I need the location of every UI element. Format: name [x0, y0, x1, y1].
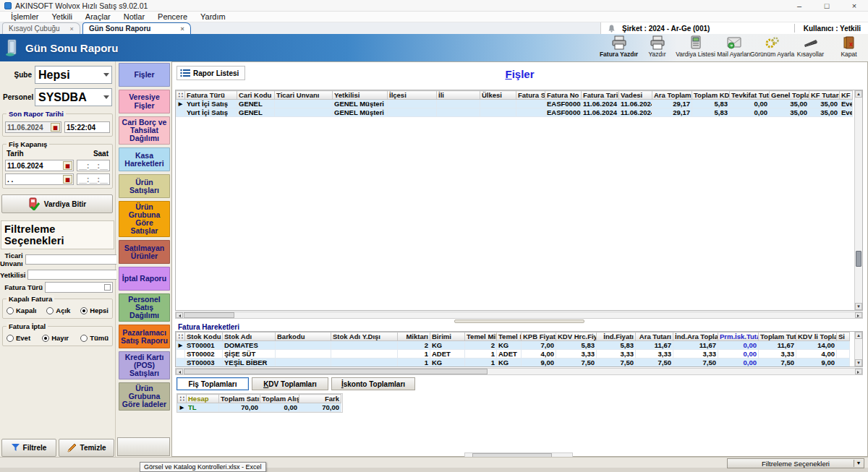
calendar-icon[interactable]: ▦	[51, 123, 60, 132]
report-button[interactable]: İptal Raporu	[119, 267, 170, 291]
column-header[interactable]: Fatura Seri	[516, 91, 545, 100]
column-header[interactable]: Ara Tutarı	[636, 332, 673, 341]
column-header[interactable]: İlçesi	[388, 91, 437, 100]
radio-hepsi[interactable]: Hepsi	[80, 306, 109, 314]
tab-kisayol-cubugu[interactable]: Kısayol Çubuğu ×	[2, 22, 80, 34]
report-button[interactable]: Ürün Satışları	[119, 174, 170, 198]
fis-kapanis-time2-field[interactable]: __:__:__	[77, 173, 110, 185]
column-header[interactable]: Temel Brm.	[497, 332, 522, 341]
column-header[interactable]: Toplam Alış	[260, 395, 299, 403]
column-header[interactable]: Barkodu	[276, 332, 331, 341]
column-header[interactable]: Toplam Satış	[219, 395, 260, 403]
column-header[interactable]: Cari Kodu	[237, 91, 275, 100]
column-header[interactable]: Fatura Türü	[185, 91, 237, 100]
tab-close-icon[interactable]: ×	[70, 25, 74, 33]
table-row[interactable]: ▶Yurt İçi SatışGENELGENEL MüşteriEASF000…	[176, 100, 853, 108]
yazdir-button[interactable]: Yazdır	[638, 35, 676, 58]
filtrele-button[interactable]: Filtrele	[1, 439, 56, 457]
movements-vertical-scrollbar[interactable]: ▲ ▼	[854, 332, 862, 366]
scroll-left-icon[interactable]	[176, 369, 183, 374]
scroll-up-icon[interactable]: ▲	[855, 332, 862, 339]
menu-yetkili[interactable]: Yetkili	[46, 12, 79, 21]
column-header[interactable]: Yetkilisi	[333, 91, 388, 100]
report-button[interactable]: Cari Borç ve Tahsilat Dağılımı	[119, 116, 170, 145]
column-header[interactable]: Si	[837, 332, 850, 341]
column-header[interactable]: Stok Adı Y.Dışı	[331, 332, 398, 341]
scroll-left-icon[interactable]	[176, 312, 183, 318]
report-button[interactable]: Ürün Grubuna Göre Satışlar	[119, 201, 170, 237]
fis-kapanis-date1-field[interactable]: 11.06.2024 ▦	[5, 160, 74, 171]
column-header[interactable]: Prm.İsk.Tutarı	[718, 332, 759, 341]
tab-kdv-toplamlari[interactable]: KDV Toplamları	[252, 377, 328, 390]
column-header[interactable]: Stok Adı	[223, 332, 276, 341]
column-header[interactable]: KF D	[840, 91, 853, 100]
report-button[interactable]: Personel Satış Dağılımı	[119, 293, 170, 322]
radio-evet[interactable]: Evet	[7, 334, 30, 342]
column-header[interactable]: Toplam KDV	[692, 91, 730, 100]
ticari-unvani-input[interactable]	[25, 254, 125, 265]
radio-kapali[interactable]: Kapalı	[7, 306, 37, 314]
column-header[interactable]: Stok Kodu	[185, 332, 223, 341]
column-header[interactable]: Tevkifat Tutarı	[730, 91, 770, 100]
kapat-button[interactable]: x Kapat	[830, 35, 868, 58]
table-row[interactable]: Yurt İçi SatışGENELGENEL MüşteriEASF0000…	[176, 108, 853, 117]
report-button[interactable]: Kredi Kartı (POS) Satışları	[119, 351, 170, 379]
scroll-down-icon[interactable]: ▼	[855, 303, 862, 310]
column-header[interactable]: Temel Mik.	[465, 332, 497, 341]
tab-fis-toplamlari[interactable]: Fiş Toplamları	[176, 377, 249, 390]
fis-kapanis-time1-field[interactable]: __:__:__	[77, 160, 110, 171]
column-header[interactable]: Fatura Tarihi	[582, 91, 619, 100]
radio-icon[interactable]	[7, 335, 14, 342]
column-header[interactable]: İnd.Fiyatı	[597, 332, 636, 341]
column-header[interactable]: KDV Hrc.Fiyat	[556, 332, 597, 341]
table-row[interactable]: ▶TL70,000,0070,00	[178, 403, 341, 412]
checkbox-icon[interactable]	[104, 284, 111, 291]
splitter-handle[interactable]	[175, 319, 863, 323]
fis-kapanis-date2-field[interactable]: . . ▦	[5, 173, 74, 185]
column-header[interactable]: Hesap	[187, 395, 219, 403]
table-row[interactable]: ST00002ŞİŞE SÜT1ADET1ADET4,003,333,333,3…	[176, 350, 850, 359]
column-header[interactable]: KF Tutarı	[809, 91, 840, 100]
tab-close-icon[interactable]: ×	[181, 25, 184, 33]
temizle-button[interactable]: Temizle	[59, 439, 114, 457]
minimize-button[interactable]: –	[786, 1, 813, 10]
invoices-vertical-scrollbar[interactable]: ▲ ▼	[854, 90, 862, 310]
calendar-icon[interactable]: ▦	[63, 175, 72, 184]
radio-icon[interactable]	[42, 335, 49, 342]
personel-select[interactable]: SYSDBA	[35, 88, 112, 106]
table-row[interactable]: ST00003YEŞİL BİBER1KG1KG9,007,507,507,50…	[176, 359, 850, 367]
fatura-yazdir-button[interactable]: Fatura Yazdır	[600, 35, 638, 58]
menu-notlar[interactable]: Notlar	[117, 12, 151, 21]
scroll-down-icon[interactable]: ▼	[855, 359, 862, 366]
column-header[interactable]: Toplam Tutar	[759, 332, 796, 341]
report-button[interactable]: Fişler	[119, 63, 170, 87]
radio-icon[interactable]	[7, 307, 14, 314]
column-header[interactable]: Birimi	[430, 332, 465, 341]
sube-select[interactable]: Hepsi	[35, 66, 112, 84]
radio-tumu[interactable]: Tümü	[80, 334, 109, 342]
gorunum-ayarla-button[interactable]: Görünüm Ayarla	[753, 35, 791, 58]
tab-gun-sonu-raporu[interactable]: Gün Sonu Raporu ×	[82, 22, 191, 34]
column-header[interactable]: KPB Fiyatı	[522, 332, 556, 341]
column-header[interactable]: Fark	[299, 395, 341, 403]
kisayollar-button[interactable]: Kısayollar	[791, 35, 830, 58]
vardiya-bitir-button[interactable]: Vardiya Bitir	[1, 194, 113, 213]
filter-options-toggle-button[interactable]: Filtreleme Seçenekleri ▼	[727, 458, 864, 468]
menu-islemler[interactable]: İşlemler	[4, 12, 46, 21]
scrollbar-thumb[interactable]	[856, 251, 861, 267]
column-header[interactable]: Ticari Unvanı	[275, 91, 333, 100]
menu-araclar[interactable]: Araçlar	[79, 12, 117, 21]
table-row[interactable]: ▶ST00001DOMATES2KG2KG7,005,835,8311,6711…	[176, 341, 850, 350]
column-header[interactable]: Ara Toplam	[652, 91, 692, 100]
report-button[interactable]: Pazarlamacı Satış Raporu	[119, 325, 170, 348]
radio-acik[interactable]: Açık	[46, 306, 70, 314]
scroll-right-icon[interactable]	[855, 312, 862, 318]
invoices-horizontal-scrollbar[interactable]	[175, 312, 863, 319]
close-button[interactable]: ×	[841, 1, 868, 10]
maximize-button[interactable]: □	[813, 1, 841, 10]
vardiya-listesi-button[interactable]: Vardiya Listesi	[676, 35, 715, 58]
scroll-right-icon[interactable]	[855, 369, 862, 374]
column-header[interactable]: İnd.Ara Toplam	[673, 332, 718, 341]
column-header[interactable]: KDV li Toplam	[796, 332, 837, 341]
mail-ayarlari-button[interactable]: Mail Ayarları	[715, 35, 753, 58]
